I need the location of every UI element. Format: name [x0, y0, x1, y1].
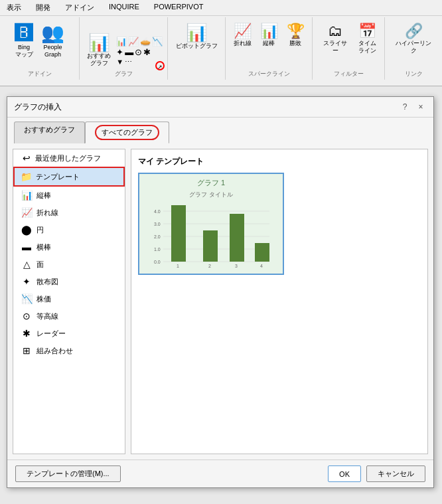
hbar-icon[interactable]: ▬ — [125, 47, 133, 57]
sparkline-bar-label: 縦棒 — [263, 40, 275, 47]
template-icon: 📁 — [20, 171, 32, 182]
chart-type-line[interactable]: 📈 折れ線 — [13, 204, 125, 221]
chart-type-radar[interactable]: ✱ レーダー — [13, 325, 125, 342]
people-graph-button[interactable]: 👥 People Graph — [38, 23, 67, 60]
svg-text:4.0: 4.0 — [154, 209, 161, 214]
more-graph-icon[interactable]: ▼ — [116, 58, 123, 66]
mini-bar-chart: 0.0 1.0 2.0 3.0 4.0 — [143, 202, 276, 268]
filter-group-label: フィルター — [313, 70, 384, 78]
cancel-button[interactable]: キャンセル — [366, 465, 425, 482]
pivot-buttons: 📊 ピボットグラフ — [173, 23, 220, 78]
menu-powerpivot[interactable]: POWERPIVOT — [151, 1, 206, 14]
bing-label: Bing マップ — [15, 44, 33, 58]
pivot-graph-button[interactable]: 📊 ピボットグラフ — [173, 23, 220, 51]
svg-rect-13 — [255, 243, 269, 262]
dialog-titlebar: グラフの挿入 ? × — [7, 97, 433, 118]
menu-view[interactable]: 表示 — [4, 1, 24, 14]
line-label: 折れ線 — [37, 208, 58, 218]
preview-section-title: マイ テンプレート — [138, 156, 421, 167]
slicer-button[interactable]: 🗂 スライサー — [318, 23, 352, 56]
template-card[interactable]: グラフ 1 グラフ タイトル 0.0 1.0 2.0 3.0 4.0 — [138, 173, 284, 275]
combo-icon: ⊞ — [21, 345, 33, 356]
scatter-icon[interactable]: ✦ — [116, 47, 123, 57]
radar-icon[interactable]: ✱ — [143, 47, 151, 57]
ribbon-content: 🅱 Bing マップ 👥 People Graph アドイン 📊 おすすめ グラ… — [0, 16, 442, 81]
timeline-button[interactable]: 📅 タイム ライン — [355, 23, 379, 56]
chart-type-pie[interactable]: ⬤ 円 — [13, 221, 125, 238]
svg-rect-12 — [230, 214, 244, 262]
bing-map-button[interactable]: 🅱 Bing マップ — [12, 23, 36, 60]
recent-icon: ↩ — [21, 153, 33, 163]
ribbon-menu-bar: 表示 開発 アドイン INQUIRE POWERPIVOT — [0, 0, 442, 16]
close-button[interactable]: × — [415, 101, 427, 113]
manage-templates-button[interactable]: テンプレートの管理(M)... — [15, 465, 121, 482]
sparkline-line-button[interactable]: 📈 折れ線 — [230, 23, 254, 48]
chart-type-stock[interactable]: 📉 株価 — [13, 290, 125, 307]
sparkline-win-button[interactable]: 🏆 勝敗 — [283, 23, 307, 48]
expand-graph-icon[interactable]: ⋯ — [125, 58, 132, 66]
addin-group-label: アドイン — [0, 70, 79, 78]
people-icon: 👥 — [41, 24, 64, 42]
pie-type-icon: ⬤ — [21, 224, 33, 235]
dialog-title: グラフの挿入 — [14, 102, 62, 113]
graph-icons-row2: ✦ ▬ ⊙ ✱ — [116, 47, 163, 57]
svg-rect-11 — [203, 230, 218, 262]
stock-icon: 📉 — [21, 294, 33, 304]
pie-label: 円 — [37, 225, 44, 235]
line-chart-icon[interactable]: 📈 — [128, 37, 139, 46]
template-label: テンプレート — [36, 172, 80, 182]
svg-text:1.0: 1.0 — [154, 247, 161, 252]
sparkline-win-label: 勝敗 — [289, 40, 301, 47]
surface-icon[interactable]: ⊙ — [135, 47, 142, 57]
ribbon-group-graph: 📊 おすすめ グラフ 📊 📈 🥧 📉 ✦ ▬ ⊙ ✱ — [80, 17, 168, 80]
stock-label: 株価 — [37, 294, 51, 304]
chart-type-area[interactable]: △ 面 — [13, 256, 125, 273]
chart-type-bar-h[interactable]: ▬ 横棒 — [13, 238, 125, 256]
svg-text:2.0: 2.0 — [154, 234, 161, 239]
bar-h-icon: ▬ — [21, 242, 33, 252]
menu-addin[interactable]: アドイン — [62, 1, 97, 14]
chart-type-recent[interactable]: ↩ 最近使用したグラフ — [13, 149, 125, 167]
sparkline-bar-button[interactable]: 📊 縦棒 — [257, 23, 281, 48]
bar-chart-icon[interactable]: 📊 — [116, 37, 127, 46]
help-button[interactable]: ? — [399, 101, 411, 113]
ribbon-group-pivot: 📊 ピボットグラフ — [168, 17, 226, 80]
slicer-icon: 🗂 — [328, 24, 342, 39]
chart-type-combo[interactable]: ⊞ 組み合わせ — [13, 342, 125, 359]
chart-preview-panel: マイ テンプレート グラフ 1 グラフ タイトル 0.0 1.0 2.0 3.0… — [131, 149, 428, 454]
ribbon-group-link: 🔗 ハイパーリンク リンク — [385, 17, 442, 80]
footer-action-buttons: OK キャンセル — [328, 465, 425, 482]
bar-v-icon: 📊 — [21, 190, 33, 201]
sparkline-bar-icon: 📊 — [260, 24, 278, 39]
chart-type-scatter[interactable]: ✦ 散布図 — [13, 273, 125, 290]
tab-all-graphs[interactable]: すべてのグラフ — [85, 122, 169, 143]
hyperlink-button[interactable]: 🔗 ハイパーリンク — [390, 23, 437, 56]
hyperlink-label: ハイパーリンク — [393, 40, 434, 54]
ribbon-group-sparkline: 📈 折れ線 📊 縦棒 🏆 勝敗 スパークライン — [226, 17, 313, 80]
chart-type-contour[interactable]: ⊙ 等高線 — [13, 307, 125, 325]
recommended-graph-button[interactable]: 📊 おすすめ グラフ — [84, 33, 113, 68]
graph-expand-btn[interactable]: ↗ — [155, 61, 165, 70]
ribbon-group-addin: 🅱 Bing マップ 👥 People Graph アドイン — [0, 17, 80, 80]
svg-text:2: 2 — [208, 264, 211, 268]
slicer-label: スライサー — [321, 40, 350, 54]
pie-chart-icon[interactable]: 🥧 — [140, 37, 151, 46]
radar-label: レーダー — [37, 329, 66, 339]
svg-rect-10 — [171, 205, 186, 262]
chart-type-template[interactable]: 📁 テンプレート — [13, 167, 125, 187]
line-type-icon: 📈 — [21, 207, 33, 218]
recommended-icon: 📊 — [88, 34, 110, 51]
contour-icon: ⊙ — [21, 311, 33, 321]
chart-type-bar-v[interactable]: 📊 縦棒 — [13, 187, 125, 204]
ok-button[interactable]: OK — [328, 465, 361, 482]
menu-inquire[interactable]: INQUIRE — [106, 1, 142, 14]
tab-recommended[interactable]: おすすめグラフ — [14, 122, 85, 143]
area-chart-icon[interactable]: 📉 — [152, 37, 163, 46]
insert-chart-dialog: グラフの挿入 ? × おすすめグラフ すべてのグラフ ↩ 最近使用したグラフ 📁… — [7, 96, 434, 488]
chart-types-panel: ↩ 最近使用したグラフ 📁 テンプレート 📊 縦棒 📈 折れ線 ⬤ 円 ▬ — [13, 149, 125, 454]
area-label: 面 — [37, 260, 44, 270]
menu-dev[interactable]: 開発 — [33, 1, 53, 14]
combo-label: 組み合わせ — [37, 346, 73, 356]
ribbon: 表示 開発 アドイン INQUIRE POWERPIVOT 🅱 Bing マップ… — [0, 0, 442, 86]
recommended-label: おすすめ グラフ — [87, 52, 111, 67]
